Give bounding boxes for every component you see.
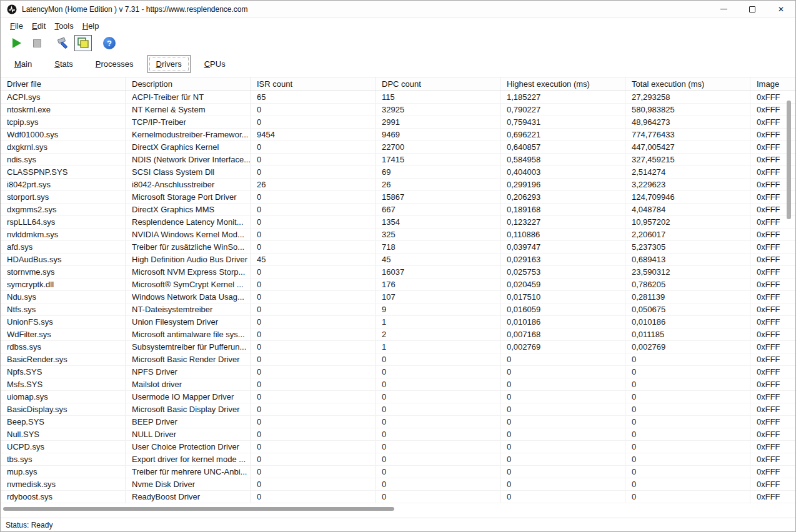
tools-button[interactable] (54, 35, 72, 51)
table-cell: 26 (251, 179, 376, 190)
table-row[interactable]: HDAudBus.sysHigh Definition Audio Bus Dr… (1, 254, 796, 266)
table-cell: i8042-Anschlusstreiber (126, 179, 251, 190)
table-row[interactable]: stornvme.sysMicrosoft NVM Express Storp.… (1, 266, 796, 278)
table-cell: 0,759431 (500, 116, 625, 128)
table-row[interactable]: ACPI.sysACPI-Treiber für NT651151,185227… (1, 91, 796, 104)
table-row[interactable]: WdFilter.sysMicrosoft antimalware file s… (1, 328, 796, 341)
report-view-button[interactable] (74, 35, 92, 51)
table-cell: 3,229623 (625, 179, 750, 190)
table-cell: WdFilter.sys (1, 328, 126, 340)
table-cell: 0 (625, 428, 750, 440)
column-header-dpc-count[interactable]: DPC count (376, 77, 500, 91)
table-cell: User Choice Protection Driver (126, 441, 251, 453)
tools-hammer-icon (56, 36, 70, 50)
table-row[interactable]: tcpip.sysTCP/IP-Treiber029910,75943148,9… (1, 116, 796, 129)
table-cell: 0,007168 (500, 328, 625, 340)
table-cell: 107 (376, 291, 500, 303)
menu-tools[interactable]: Tools (50, 20, 77, 32)
vertical-scrollbar[interactable] (787, 92, 791, 503)
table-row[interactable]: BasicDisplay.sysMicrosoft Basic Display … (1, 403, 796, 416)
table-cell: 0 (500, 491, 625, 503)
table-row[interactable]: afd.sysTreiber für zusätzliche WinSo...0… (1, 241, 796, 254)
table-cell: 9454 (251, 129, 376, 140)
table-cell: 0 (251, 491, 376, 503)
table-cell: High Definition Audio Bus Driver (126, 254, 251, 265)
table-row[interactable]: symcryptk.dllMicrosoft® SymCrypt Kernel … (1, 278, 796, 291)
table-row[interactable]: UCPD.sysUser Choice Protection Driver000… (1, 441, 796, 453)
table-cell: 0 (251, 141, 376, 153)
close-button[interactable]: ✕ (767, 1, 795, 17)
table-cell: 0,110886 (500, 229, 625, 240)
table-cell: Beep.SYS (1, 416, 126, 428)
table-cell: 1 (376, 341, 500, 353)
table-row[interactable]: nvlddmkm.sysNVIDIA Windows Kernel Mod...… (1, 229, 796, 241)
table-row[interactable]: nvmedisk.sysNvme Disk Driver00000xFFF (1, 478, 796, 491)
table-row[interactable]: BasicRender.sysMicrosoft Basic Render Dr… (1, 353, 796, 366)
table-cell: 17415 (376, 154, 500, 165)
table-cell: 0 (251, 378, 376, 390)
tab-main[interactable]: Main (6, 55, 41, 73)
tab-cpus[interactable]: CPUs (196, 55, 234, 73)
table-cell: 0 (376, 416, 500, 428)
table-cell: 0,025753 (500, 266, 625, 278)
table-row[interactable]: Null.SYSNULL Driver00000xFFF (1, 428, 796, 441)
table-cell: 0 (251, 303, 376, 315)
table-row[interactable]: CLASSPNP.SYSSCSI Class System Dll0690,40… (1, 166, 796, 179)
minimize-icon (720, 9, 727, 9)
table-row[interactable]: dxgmms2.sysDirectX Graphics MMS06670,189… (1, 204, 796, 216)
table-row[interactable]: UnionFS.sysUnion Filesystem Driver010,01… (1, 316, 796, 328)
table-cell: 0,790227 (500, 104, 625, 116)
column-header-highest-execution-ms[interactable]: Highest execution (ms) (500, 77, 625, 91)
column-header-isr-count[interactable]: ISR count (251, 77, 376, 91)
table-row[interactable]: Ntfs.sysNT-Dateisystemtreiber090,0160590… (1, 303, 796, 316)
table-cell: 0,689413 (625, 254, 750, 265)
table-row[interactable]: rspLLL64.sysResplendence Latency Monit..… (1, 216, 796, 229)
table-cell: NDIS (Network Driver Interface... (126, 154, 251, 165)
column-header-description[interactable]: Description (126, 77, 251, 91)
horizontal-scrollbar-thumb[interactable] (3, 507, 394, 511)
table-row[interactable]: rdyboost.sysReadyBoost Driver00000xFFF (1, 491, 796, 503)
vertical-scrollbar-thumb[interactable] (787, 101, 791, 219)
table-row[interactable]: uiomap.sysUsermode IO Mapper Driver00000… (1, 391, 796, 403)
table-cell: i8042prt.sys (1, 179, 126, 190)
table-row[interactable]: Msfs.SYSMailslot driver00000xFFF (1, 378, 796, 391)
table-cell: uiomap.sys (1, 391, 126, 403)
column-header-image[interactable]: Image (750, 77, 796, 91)
column-header-total-execution-ms[interactable]: Total execution (ms) (625, 77, 750, 91)
table-row[interactable]: dxgkrnl.sysDirectX Graphics Kernel022700… (1, 141, 796, 154)
tab-processes[interactable]: Processes (87, 55, 142, 73)
table-row[interactable]: Beep.SYSBEEP Driver00000xFFF (1, 416, 796, 428)
tab-stats[interactable]: Stats (46, 55, 82, 73)
status-text: Status: Ready (6, 521, 52, 530)
table-cell: 0 (251, 391, 376, 403)
minimize-button[interactable] (709, 1, 738, 17)
table-row[interactable]: Npfs.SYSNPFS Driver00000xFFF (1, 366, 796, 378)
menu-help[interactable]: Help (78, 20, 104, 32)
table-row[interactable]: tbs.sysExport driver for kernel mode ...… (1, 453, 796, 466)
help-button[interactable]: ? (101, 35, 118, 51)
maximize-button[interactable] (738, 1, 767, 17)
table-row[interactable]: ntoskrnl.exeNT Kernel & System0329250,79… (1, 104, 796, 116)
table-cell: 0 (376, 441, 500, 453)
table-cell: Ndu.sys (1, 291, 126, 303)
table-cell: 0,017510 (500, 291, 625, 303)
table-cell: 0 (251, 204, 376, 215)
table-cell: 0,011185 (625, 328, 750, 340)
table-row[interactable]: rdbss.sysSubsystemtreiber für Pufferun..… (1, 341, 796, 353)
menu-edit[interactable]: Edit (27, 20, 50, 32)
table-cell: 0 (251, 341, 376, 353)
table-row[interactable]: i8042prt.sysi8042-Anschlusstreiber26260,… (1, 179, 796, 191)
horizontal-scrollbar[interactable] (1, 507, 796, 512)
start-monitor-button[interactable] (8, 35, 26, 51)
table-cell: Microsoft Storage Port Driver (126, 191, 251, 203)
table-row[interactable]: Wdf01000.sysKernelmodustreiber-Framewor.… (1, 129, 796, 141)
tab-drivers[interactable]: Drivers (147, 55, 191, 73)
table-cell: Kernelmodustreiber-Framewor... (126, 129, 251, 140)
table-row[interactable]: ndis.sysNDIS (Network Driver Interface..… (1, 154, 796, 166)
column-header-driver-file[interactable]: Driver file (1, 77, 126, 91)
table-row[interactable]: storport.sysMicrosoft Storage Port Drive… (1, 191, 796, 204)
table-row[interactable]: mup.sysTreiber für mehrere UNC-Anbi...00… (1, 466, 796, 478)
menu-file[interactable]: File (6, 20, 27, 32)
stop-monitor-button[interactable] (28, 35, 46, 51)
table-row[interactable]: Ndu.sysWindows Network Data Usag...01070… (1, 291, 796, 303)
